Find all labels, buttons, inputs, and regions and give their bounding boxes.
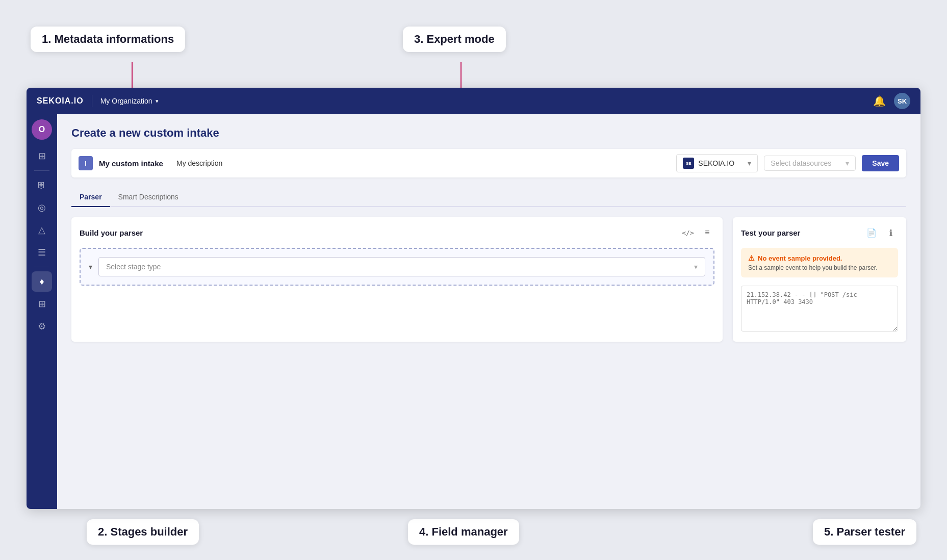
info-icon[interactable]: ℹ	[884, 225, 898, 240]
stage-collapse-icon[interactable]: ▾	[89, 263, 92, 271]
datasource-chevron-icon: ▾	[846, 159, 849, 167]
tab-parser[interactable]: Parser	[71, 188, 110, 207]
annotation-label-1: 1. Metadata informations	[31, 27, 185, 52]
sidebar-item-intakes[interactable]: ♦	[32, 271, 52, 292]
vendor-badge: SE	[683, 158, 694, 169]
nav-divider	[92, 95, 92, 107]
annotation-label-2: 2. Stages builder	[87, 519, 199, 545]
sidebar: O ⊞ ⛨ ◎ △ ☰ ♦ ⊞ ⚙	[27, 114, 57, 509]
build-parser-icons: </> ≡	[681, 225, 714, 240]
test-input[interactable]	[741, 286, 898, 332]
sidebar-item-brand[interactable]: O	[32, 119, 52, 140]
test-parser-icons: 📄 ℹ	[864, 225, 898, 240]
tab-smart-descriptions[interactable]: Smart Descriptions	[110, 188, 187, 207]
tabs: Parser Smart Descriptions	[71, 188, 906, 207]
annotation-label-3: 3. Expert mode	[403, 27, 506, 52]
stage-type-placeholder: Select stage type	[106, 263, 161, 271]
build-parser-panel: Build your parser </> ≡ ▾ Select stage t…	[71, 217, 723, 342]
notifications-icon[interactable]: 🔔	[873, 95, 886, 107]
intake-name[interactable]: My custom intake	[99, 159, 170, 168]
build-parser-title: Build your parser	[80, 228, 143, 237]
test-parser-header: Test your parser 📄 ℹ	[741, 225, 898, 240]
sidebar-item-security[interactable]: ⛨	[32, 175, 52, 195]
annotation-label-4: 4. Field manager	[408, 519, 519, 545]
vendor-chevron-icon: ▾	[748, 159, 751, 167]
stage-builder-area: ▾ Select stage type ▾	[80, 248, 714, 286]
list-view-icon[interactable]: ≡	[700, 225, 714, 240]
sidebar-separator-1	[34, 170, 49, 171]
save-button[interactable]: Save	[862, 155, 899, 171]
top-nav: SEKOIA.IO My Organization ▾ 🔔 SK	[27, 88, 920, 114]
intake-icon: I	[79, 156, 93, 170]
sidebar-item-monitor[interactable]: ◎	[32, 197, 52, 218]
warning-icon: ⚠	[748, 254, 755, 262]
vendor-name: SEKOIA.IO	[698, 159, 734, 167]
vendor-select[interactable]: SE SEKOIA.IO ▾	[676, 154, 758, 172]
build-parser-header: Build your parser </> ≡	[80, 225, 714, 240]
intake-description[interactable]: My description	[176, 159, 670, 167]
warning-text: Set a sample event to help you build the…	[748, 264, 891, 271]
main-content: Create a new custom intake I My custom i…	[57, 114, 920, 509]
datasource-select[interactable]: Select datasources ▾	[764, 156, 856, 171]
test-parser-panel: Test your parser 📄 ℹ ⚠ No event sample p…	[733, 217, 906, 342]
avatar[interactable]: SK	[894, 93, 910, 109]
sidebar-item-dashboard[interactable]: ⊞	[32, 146, 52, 166]
nav-org[interactable]: My Organization ▾	[100, 97, 159, 105]
sidebar-separator-2	[34, 267, 49, 267]
document-icon[interactable]: 📄	[864, 225, 879, 240]
test-parser-title: Test your parser	[741, 228, 800, 237]
sidebar-item-assets[interactable]: ⊞	[32, 294, 52, 314]
page-title: Create a new custom intake	[71, 126, 906, 140]
code-view-icon[interactable]: </>	[681, 225, 695, 240]
sidebar-item-cases[interactable]: ☰	[32, 242, 52, 263]
stage-type-chevron-icon: ▾	[694, 263, 698, 271]
warning-title: ⚠ No event sample provided.	[748, 254, 891, 262]
app-body: O ⊞ ⛨ ◎ △ ☰ ♦ ⊞ ⚙ Create a new custom in…	[27, 114, 920, 509]
warning-box: ⚠ No event sample provided. Set a sample…	[741, 248, 898, 277]
parser-layout: Build your parser </> ≡ ▾ Select stage t…	[71, 217, 906, 342]
nav-logo: SEKOIA.IO	[37, 96, 84, 106]
datasource-placeholder: Select datasources	[771, 159, 831, 167]
metadata-row: I My custom intake My description SE SEK…	[71, 149, 906, 177]
sidebar-item-alerts[interactable]: △	[32, 220, 52, 240]
chevron-down-icon: ▾	[156, 98, 159, 105]
app-window: SEKOIA.IO My Organization ▾ 🔔 SK O ⊞ ⛨ ◎…	[27, 88, 920, 509]
stage-type-select[interactable]: Select stage type ▾	[98, 257, 705, 276]
annotation-label-5: 5. Parser tester	[813, 519, 916, 545]
sidebar-item-settings[interactable]: ⚙	[32, 316, 52, 337]
